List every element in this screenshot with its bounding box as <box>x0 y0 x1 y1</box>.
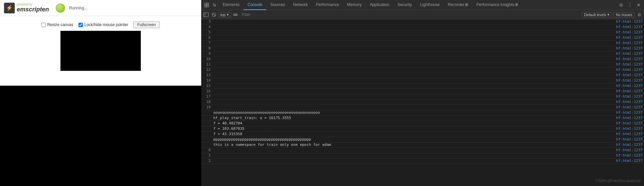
status-indicator <box>56 3 65 13</box>
line-ref[interactable]: hf.html:1237 <box>613 132 643 136</box>
line-ref[interactable]: hf.html:1237 <box>613 89 643 93</box>
resize-canvas-checkbox[interactable] <box>41 23 46 27</box>
more-options-icon[interactable]: ⋮ <box>626 1 634 9</box>
close-devtools-icon[interactable]: ✕ <box>635 1 643 9</box>
svg-rect-9 <box>204 13 208 17</box>
app-panel: ⚡ powered by emscripten Running... Resiz… <box>0 0 201 186</box>
line-ref[interactable]: hf.html:1237 <box>613 73 643 77</box>
sidebar-toggle-icon[interactable] <box>203 11 209 18</box>
line-ref[interactable]: hf.html:1237 <box>613 68 643 72</box>
tab-performance-insights[interactable]: Performance insights <box>472 0 522 10</box>
app-content: Resize canvas Lock/hide mouse pointer Fu… <box>0 16 201 74</box>
line-ref[interactable]: hf.html:1237 <box>613 52 643 56</box>
line-ref[interactable]: hf.html:1237 <box>613 153 643 158</box>
line-ref[interactable]: hf.html:1237 <box>613 126 643 131</box>
console-line: pppppppppppppppppppppppppppppppppppppppp… <box>201 137 644 143</box>
line-ref[interactable]: hf.html:1237 <box>613 137 643 142</box>
eye-toggle-icon[interactable] <box>232 11 239 18</box>
tab-network[interactable]: Network <box>289 0 312 10</box>
emscripten-logo: ⚡ powered by emscripten <box>4 3 49 13</box>
canvas-display <box>60 31 141 71</box>
tab-sources[interactable]: Sources <box>266 0 289 10</box>
console-line: 15hf.html:1237 <box>201 84 644 89</box>
line-ref[interactable]: hf.html:1237 <box>613 19 643 24</box>
line-ref[interactable]: hf.html:1237 <box>613 46 643 51</box>
line-ref[interactable]: hf.html:1237 <box>613 30 643 34</box>
tab-recorder[interactable]: Recorder <box>444 0 472 10</box>
line-number: 13 <box>203 73 211 77</box>
tab-memory[interactable]: Memory <box>343 0 366 10</box>
devtools-right-icons: ⋮ ✕ <box>617 1 643 9</box>
line-ref[interactable]: hf.html:1237 <box>613 100 643 104</box>
line-number: 1 <box>203 153 211 158</box>
tab-elements[interactable]: Elements <box>219 0 244 10</box>
tab-security[interactable]: Security <box>393 0 416 10</box>
line-number: 18 <box>203 100 211 104</box>
line-text: f = 40.482704 <box>213 121 613 125</box>
line-ref[interactable]: hf.html:1237 <box>613 94 643 99</box>
tab-performance[interactable]: Performance <box>312 0 343 10</box>
line-ref[interactable]: hf.html:1237 <box>613 148 643 152</box>
filter-input[interactable] <box>240 12 580 18</box>
lock-mouse-control[interactable]: Lock/hide mouse pointer <box>78 22 128 27</box>
clear-console-icon[interactable] <box>211 11 217 18</box>
console-line: 8hf.html:1237 <box>201 46 644 52</box>
line-ref[interactable]: hf.html:1237 <box>613 143 643 147</box>
tab-list: Elements Console Sources Network Perform… <box>219 0 617 10</box>
console-line: 19hf.html:1237 <box>201 105 644 110</box>
line-ref[interactable]: hf.html:1237 <box>613 110 643 115</box>
logo-icon: ⚡ <box>4 3 15 13</box>
console-line: 17hf.html:1237 <box>201 94 644 100</box>
console-line: 5hf.html:1237 <box>201 30 644 35</box>
lock-mouse-checkbox[interactable] <box>78 23 83 27</box>
devtools-inspect-icon[interactable] <box>203 1 211 9</box>
console-line: f = 103.687035hf.html:1237 <box>201 126 644 132</box>
tab-console[interactable]: Console <box>244 0 266 10</box>
line-ref[interactable]: hf.html:1237 <box>613 159 643 163</box>
line-number: 11 <box>203 62 211 67</box>
console-line: 14hf.html:1237 <box>201 78 644 84</box>
devtools-pointer-icon[interactable] <box>211 1 219 9</box>
console-line: 11hf.html:1237 <box>201 62 644 68</box>
line-ref[interactable]: hf.html:1237 <box>613 84 643 88</box>
settings-gear-icon[interactable] <box>617 1 625 9</box>
running-status: Running... <box>69 6 88 10</box>
line-number: 4 <box>203 25 211 29</box>
line-ref[interactable]: hf.html:1237 <box>613 25 643 29</box>
console-line: 6hf.html:1237 <box>201 35 644 41</box>
line-number: 10 <box>203 57 211 61</box>
fullscreen-button[interactable]: Fullscreen <box>133 21 159 28</box>
tab-lighthouse[interactable]: Lighthouse <box>416 0 444 10</box>
context-selector[interactable]: top ▼ <box>219 12 231 17</box>
line-ref[interactable]: hf.html:1237 <box>613 41 643 45</box>
line-ref[interactable]: hf.html:1237 <box>613 78 643 83</box>
line-text: pppppppppppppppppppppppppppppppppppppppp… <box>213 137 613 142</box>
line-number: 14 <box>203 78 211 83</box>
line-ref[interactable]: hf.html:1237 <box>613 62 643 67</box>
line-text: f = 43.315350 <box>213 132 613 136</box>
line-number: 16 <box>203 89 211 93</box>
svg-line-12 <box>213 13 215 16</box>
resize-canvas-control[interactable]: Resize canvas <box>41 22 73 27</box>
svg-point-14 <box>639 14 640 15</box>
line-number: 12 <box>203 68 211 72</box>
line-ref[interactable]: hf.html:1237 <box>613 121 643 125</box>
line-number: 9 <box>203 52 211 56</box>
console-line: 9hf.html:1237 <box>201 52 644 57</box>
line-number: 0 <box>203 148 211 152</box>
console-line: this is a namespace for train only one e… <box>201 143 644 148</box>
no-issues-button[interactable]: No Issues <box>613 12 635 17</box>
line-number: 8 <box>203 46 211 51</box>
line-ref[interactable]: hf.html:1237 <box>613 57 643 61</box>
line-number: 19 <box>203 105 211 109</box>
default-levels-button[interactable]: Default levels ▼ <box>582 12 612 17</box>
tab-application[interactable]: Application <box>366 0 393 10</box>
console-toolbar: top ▼ Default levels ▼ No Issues <box>201 10 644 19</box>
line-ref[interactable]: hf.html:1237 <box>613 35 643 40</box>
console-settings-icon[interactable] <box>636 11 643 18</box>
devtools-tabs-bar: Elements Console Sources Network Perform… <box>201 0 644 10</box>
line-ref[interactable]: hf.html:1237 <box>613 116 643 120</box>
console-line: 2hf.html:1237 <box>201 159 644 164</box>
console-line: 3hf.html:1237 <box>201 19 644 25</box>
line-ref[interactable]: hf.html:1237 <box>613 105 643 109</box>
